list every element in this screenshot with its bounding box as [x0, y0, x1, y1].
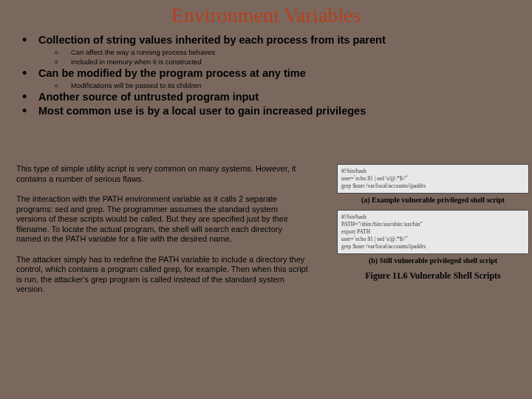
paragraphs: This type of simple utility script is ve…: [16, 164, 308, 305]
bullet-text: Most common use is by a local user to ga…: [38, 104, 366, 117]
code-example-b: #!/bin/bash PATH="/sbin:/bin:/usr/sbin:/…: [337, 210, 529, 254]
sub-text: Modifications will be passed to its chil…: [71, 81, 201, 90]
bullet-icon: •: [22, 104, 38, 117]
sub-bullet: o Included in memory when it is construc…: [55, 57, 517, 66]
bullet-icon: •: [22, 33, 38, 47]
figure-panel: #!/bin/bash user=`echo $1 | sed 's/@.*$/…: [337, 164, 529, 282]
bullet-1: • Collection of string values inherited …: [22, 33, 517, 47]
bullet-text: Another source of untrusted program inpu…: [38, 90, 259, 103]
bullet-icon: •: [22, 90, 38, 103]
bullet-4: • Most common use is by a local user to …: [22, 104, 517, 117]
sub-text: Can affect the way a running process beh…: [71, 47, 215, 57]
bullet-text: Can be modified by the program process a…: [38, 66, 306, 80]
slide-title: Environment Variables: [0, 0, 532, 33]
sub-text: Included in memory when it is constructe…: [71, 57, 202, 66]
para-1: This type of simple utility script is ve…: [16, 164, 308, 184]
bullet-2: • Can be modified by the program process…: [22, 66, 517, 80]
sub-bullet: o Can affect the way a running process b…: [55, 47, 517, 57]
circle-icon: o: [55, 81, 71, 90]
bullet-3: • Another source of untrusted program in…: [22, 90, 517, 103]
bullet-text: Collection of string values inherited by…: [38, 33, 386, 47]
caption-a: (a) Example vulnerable privileged shell …: [337, 196, 529, 204]
circle-icon: o: [55, 57, 71, 66]
circle-icon: o: [55, 47, 71, 57]
para-2: The interaction with the PATH environmen…: [16, 194, 308, 245]
bullet-list: • Collection of string values inherited …: [0, 33, 532, 117]
body-area: This type of simple utility script is ve…: [16, 164, 519, 305]
bullet-icon: •: [22, 66, 38, 80]
code-example-a: #!/bin/bash user=`echo $1 | sed 's/@.*$/…: [337, 164, 529, 194]
caption-b: (b) Still vulnerable privileged shell sc…: [337, 256, 529, 265]
para-3: The attacker simply has to redefine the …: [16, 255, 308, 295]
figure-title: Figure 11.6 Vulnerable Shell Scripts: [337, 270, 529, 282]
sub-bullet: o Modifications will be passed to its ch…: [55, 81, 517, 90]
